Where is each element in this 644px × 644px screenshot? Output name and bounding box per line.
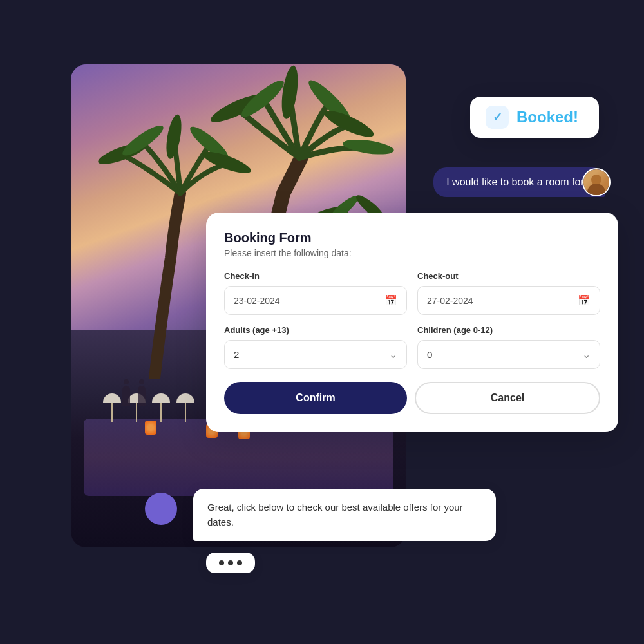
booked-notification: ✓ Booked! — [470, 97, 599, 138]
purple-circle — [145, 493, 177, 525]
scene: ✓ Booked! I would like to book a room fo… — [32, 26, 612, 618]
avatar-face — [583, 169, 609, 195]
svg-point-2 — [164, 113, 184, 160]
booked-check-icon: ✓ — [486, 106, 509, 129]
checkin-label: Check-in — [224, 271, 407, 281]
typing-indicator — [206, 553, 255, 573]
checkout-value: 27-02-2024 — [427, 296, 473, 306]
form-subtitle: Please insert the following data: — [224, 248, 600, 258]
user-message-text: I would like to book a room for 2 — [446, 176, 592, 188]
children-value: 0 — [427, 349, 432, 360]
guests-row: Adults (age +13) 2 ⌄ Children (age 0-12)… — [224, 325, 600, 369]
booking-form-card: Booking Form Please insert the following… — [206, 213, 618, 432]
umbrella-1 — [103, 393, 121, 422]
cancel-button[interactable]: Cancel — [415, 382, 600, 414]
person-2 — [138, 386, 146, 406]
bot-message-text: Great, click below to check our best ava… — [207, 502, 463, 527]
checkin-calendar-icon: 📅 — [384, 294, 397, 307]
umbrellas-area — [103, 393, 194, 422]
checkin-value: 23-02-2024 — [234, 296, 280, 306]
umbrella-3 — [152, 393, 170, 422]
umbrella-4 — [176, 393, 194, 422]
form-buttons: Confirm Cancel — [224, 382, 600, 414]
form-title: Booking Form — [224, 231, 600, 245]
date-row: Check-in 23-02-2024 📅 Check-out 27-02-20… — [224, 271, 600, 315]
people — [122, 386, 146, 409]
user-avatar — [582, 168, 611, 196]
adults-chevron-icon: ⌄ — [389, 348, 397, 361]
typing-dot-1 — [219, 560, 224, 565]
checkout-group: Check-out 27-02-2024 📅 — [417, 271, 600, 315]
check-mark: ✓ — [493, 110, 502, 124]
adults-label: Adults (age +13) — [224, 325, 407, 335]
adults-group: Adults (age +13) 2 ⌄ — [224, 325, 407, 369]
checkout-input[interactable]: 27-02-2024 📅 — [417, 286, 600, 315]
adults-value: 2 — [234, 349, 239, 360]
booked-label: Booked! — [516, 108, 578, 126]
lantern-1 — [145, 421, 156, 435]
typing-dot-2 — [228, 560, 233, 565]
checkin-group: Check-in 23-02-2024 📅 — [224, 271, 407, 315]
bot-chat-bubble: Great, click below to check our best ava… — [193, 489, 496, 541]
checkout-label: Check-out — [417, 271, 600, 281]
confirm-button[interactable]: Confirm — [224, 382, 407, 414]
svg-point-7 — [279, 64, 300, 120]
typing-dot-3 — [237, 560, 242, 565]
svg-point-1 — [119, 121, 167, 160]
checkin-input[interactable]: 23-02-2024 📅 — [224, 286, 407, 315]
adults-select[interactable]: 2 ⌄ — [224, 340, 407, 369]
checkout-calendar-icon: 📅 — [578, 294, 591, 307]
person-1 — [122, 386, 130, 406]
children-label: Children (age 0-12) — [417, 325, 600, 335]
children-group: Children (age 0-12) 0 ⌄ — [417, 325, 600, 369]
svg-point-10 — [342, 137, 395, 157]
children-chevron-icon: ⌄ — [582, 348, 591, 361]
user-chat-bubble: I would like to book a room for 2 — [433, 167, 605, 197]
children-select[interactable]: 0 ⌄ — [417, 340, 600, 369]
